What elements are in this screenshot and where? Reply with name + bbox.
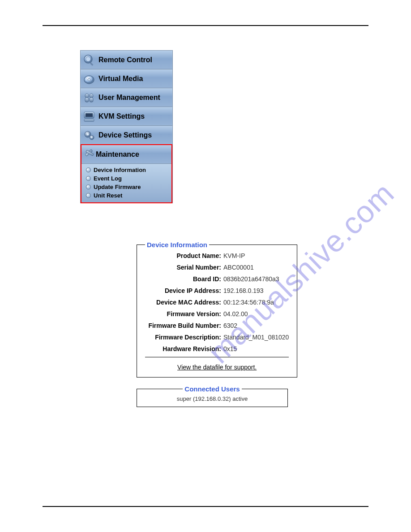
page-rule-bottom — [43, 506, 368, 507]
nav-item-label: User Management — [98, 94, 160, 102]
devinfo-label: Board ID: — [145, 275, 223, 283]
nav-item-label: Device Settings — [98, 131, 152, 139]
nav-item-user-management[interactable]: User Management — [81, 88, 172, 107]
devinfo-value: 0836b201a64780a3 — [223, 275, 279, 283]
devinfo-row: Device MAC Address: 00:12:34:56:78:9a — [145, 299, 289, 306]
svg-point-13 — [87, 133, 89, 135]
device-information-legend: Device Information — [145, 241, 209, 249]
connected-user-row: super (192.168.0.32) active — [145, 395, 279, 402]
devinfo-value: KVM-IP — [223, 252, 245, 259]
devinfo-value: 0x15 — [223, 345, 237, 352]
svg-point-15 — [91, 137, 92, 138]
nav-submenu: Device Information Event Log Update Firm… — [81, 164, 171, 202]
devinfo-value: 00:12:34:56:78:9a — [223, 299, 274, 306]
nav-sub-label: Device Information — [94, 167, 146, 173]
bullet-icon — [86, 167, 91, 172]
devinfo-row: Firmware Version: 04.02.00 — [145, 310, 289, 317]
devinfo-label: Serial Number: — [145, 264, 223, 271]
devinfo-value: 6302 — [223, 322, 237, 329]
connected-users-panel: Connected Users super (192.168.0.32) act… — [137, 385, 288, 407]
connected-users-legend: Connected Users — [183, 385, 241, 393]
nav-sub-label: Unit Reset — [94, 192, 122, 199]
svg-rect-6 — [85, 98, 89, 102]
nav-sub-update-firmware[interactable]: Update Firmware — [86, 183, 171, 191]
nav-sub-unit-reset[interactable]: Unit Reset — [86, 191, 171, 200]
devinfo-value: Standard_M01_081020 — [223, 334, 289, 341]
nav-item-label: Maintenance — [96, 150, 139, 159]
devinfo-label: Firmware Version: — [145, 310, 223, 317]
nav-item-kvm-settings[interactable]: KVM Settings — [81, 107, 172, 126]
nav-item-device-settings[interactable]: Device Settings — [81, 126, 172, 145]
devinfo-row: Board ID: 0836b201a64780a3 — [145, 275, 289, 283]
devinfo-link-wrap: View the datafile for support. — [145, 357, 289, 371]
bullet-icon — [86, 193, 91, 198]
svg-rect-8 — [90, 98, 93, 102]
nav-sub-event-log[interactable]: Event Log — [86, 174, 171, 183]
devinfo-label: Product Name: — [145, 252, 223, 259]
disc-icon — [82, 72, 96, 86]
devinfo-row: Firmware Description: Standard_M01_08102… — [145, 334, 289, 341]
nav-item-maintenance-expanded: Maintenance Device Information Event Log… — [81, 144, 172, 203]
magnifier-icon — [82, 53, 96, 67]
nav-sub-device-information[interactable]: Device Information — [86, 166, 171, 174]
nav-item-remote-control[interactable]: Remote Control — [81, 51, 172, 69]
devinfo-row: Serial Number: ABC00001 — [145, 264, 289, 271]
tools-icon — [83, 147, 96, 162]
devinfo-row: Firmware Build Number: 6302 — [145, 322, 289, 329]
devinfo-row: Hardware Revision: 0x15 — [145, 345, 289, 352]
devinfo-row: Product Name: KVM-IP — [145, 252, 289, 259]
view-datafile-link[interactable]: View the datafile for support. — [177, 364, 257, 371]
nav-item-label: Remote Control — [98, 56, 152, 64]
users-icon — [82, 91, 96, 104]
svg-rect-10 — [86, 113, 93, 117]
devinfo-value: ABC00001 — [223, 264, 254, 271]
devinfo-value: 192.168.0.193 — [223, 287, 264, 294]
svg-rect-11 — [84, 119, 94, 121]
bullet-icon — [86, 184, 91, 189]
gears-icon — [82, 129, 96, 142]
nav-menu: Remote Control Virtual Media User Manage… — [80, 50, 173, 203]
svg-point-4 — [88, 78, 90, 81]
page-rule-top — [43, 25, 368, 26]
nav-item-maintenance[interactable]: Maintenance — [81, 144, 171, 164]
device-information-panel: Device Information Product Name: KVM-IP … — [137, 241, 297, 378]
terminal-icon — [82, 110, 96, 123]
devinfo-label: Device IP Address: — [145, 287, 223, 294]
nav-item-label: Virtual Media — [98, 75, 143, 83]
devinfo-label: Firmware Build Number: — [145, 322, 223, 329]
svg-point-1 — [86, 56, 91, 61]
bullet-icon — [86, 176, 91, 181]
nav-sub-label: Event Log — [94, 175, 122, 182]
nav-sub-label: Update Firmware — [94, 184, 141, 190]
nav-item-virtual-media[interactable]: Virtual Media — [81, 69, 172, 88]
devinfo-label: Firmware Description: — [145, 334, 223, 341]
devinfo-label: Device MAC Address: — [145, 299, 223, 306]
devinfo-row: Device IP Address: 192.168.0.193 — [145, 287, 289, 294]
devinfo-value: 04.02.00 — [223, 310, 248, 317]
nav-item-label: KVM Settings — [98, 112, 145, 120]
devinfo-label: Hardware Revision: — [145, 345, 223, 352]
